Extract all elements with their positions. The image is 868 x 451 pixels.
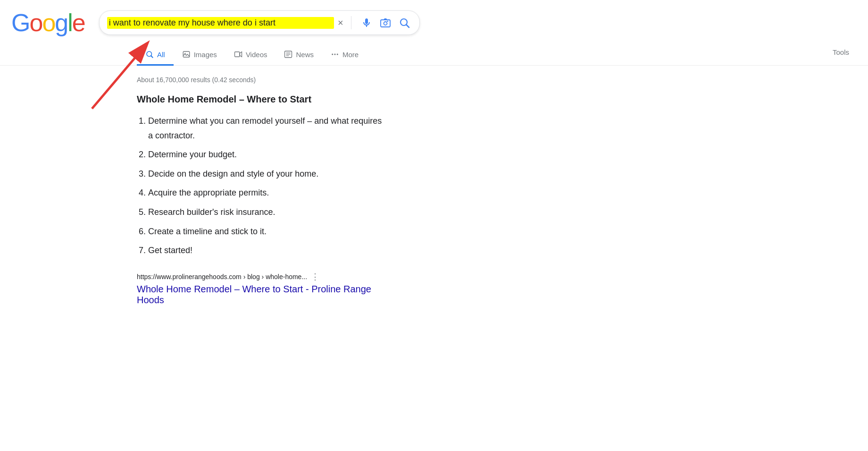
search-bar-wrapper: i want to renovate my house where do i s…	[99, 10, 420, 35]
tab-all-label: All	[157, 51, 165, 59]
svg-point-18	[337, 54, 338, 55]
list-item: Determine what you can remodel yourself …	[148, 111, 387, 145]
search-input[interactable]: i want to renovate my house where do i s…	[107, 17, 334, 29]
tab-videos-label: Videos	[246, 51, 267, 59]
list-item: Decide on the design and style of your h…	[148, 164, 387, 184]
snippet-list: Determine what you can remodel yourself …	[137, 111, 387, 260]
google-logo[interactable]: G o o g l e	[11, 9, 85, 37]
list-item: Get started!	[148, 241, 387, 260]
result-options-button[interactable]: ⋮	[311, 272, 319, 282]
svg-rect-2	[387, 21, 388, 22]
logo-letter-e: e	[72, 9, 85, 37]
tab-videos[interactable]: Videos	[225, 44, 276, 66]
tools-button[interactable]: Tools	[833, 48, 868, 62]
logo-letter-l: l	[67, 9, 72, 37]
list-item: Research builder's risk insurance.	[148, 203, 387, 222]
list-item: Create a timeline and stick to it.	[148, 222, 387, 241]
nav-tabs: All Images Videos	[0, 41, 868, 66]
logo-letter-o1: o	[29, 9, 42, 37]
tab-news[interactable]: News	[275, 44, 322, 66]
video-icon	[234, 50, 242, 59]
svg-rect-9	[183, 51, 190, 57]
results-count: About 16,700,000 results (0.42 seconds)	[137, 76, 387, 84]
result-link[interactable]: Whole Home Remodel – Where to Start - Pr…	[137, 284, 371, 305]
svg-rect-11	[234, 52, 240, 57]
result-url-row: https://www.prolinerangehoods.com › blog…	[137, 272, 387, 282]
image-icon	[182, 50, 191, 59]
results-area: About 16,700,000 results (0.42 seconds) …	[0, 66, 387, 306]
svg-point-17	[334, 54, 335, 55]
search-bar-divider	[351, 16, 351, 29]
tab-more-label: More	[342, 51, 359, 59]
tab-more[interactable]: More	[322, 44, 367, 66]
list-item: Determine your budget.	[148, 145, 387, 164]
tab-images[interactable]: Images	[174, 44, 225, 66]
tab-news-label: News	[296, 51, 314, 59]
camera-button[interactable]	[378, 15, 393, 30]
featured-snippet: Whole Home Remodel – Where to Start Dete…	[137, 94, 387, 306]
header: G o o g l e i want to renovate my house …	[0, 0, 868, 37]
logo-letter-g: G	[11, 9, 29, 37]
result-url: https://www.prolinerangehoods.com › blog…	[137, 273, 307, 281]
svg-line-4	[406, 25, 409, 28]
svg-point-16	[332, 54, 333, 55]
list-item: Acquire the appropriate permits.	[148, 183, 387, 203]
svg-rect-0	[381, 20, 390, 27]
search-bar[interactable]: i want to renovate my house where do i s…	[99, 10, 420, 35]
snippet-title: Whole Home Remodel – Where to Start	[137, 94, 387, 105]
news-icon	[284, 50, 292, 59]
svg-line-8	[151, 56, 153, 58]
logo-letter-o2: o	[42, 9, 55, 37]
mic-button[interactable]	[359, 15, 374, 30]
clear-button[interactable]: ×	[338, 17, 343, 28]
search-button[interactable]	[397, 15, 412, 30]
svg-point-1	[384, 22, 387, 25]
logo-letter-g2: g	[55, 9, 67, 37]
search-icon	[145, 50, 154, 59]
tab-all[interactable]: All	[137, 44, 174, 66]
tab-images-label: Images	[194, 51, 217, 59]
dots-icon	[331, 50, 339, 59]
